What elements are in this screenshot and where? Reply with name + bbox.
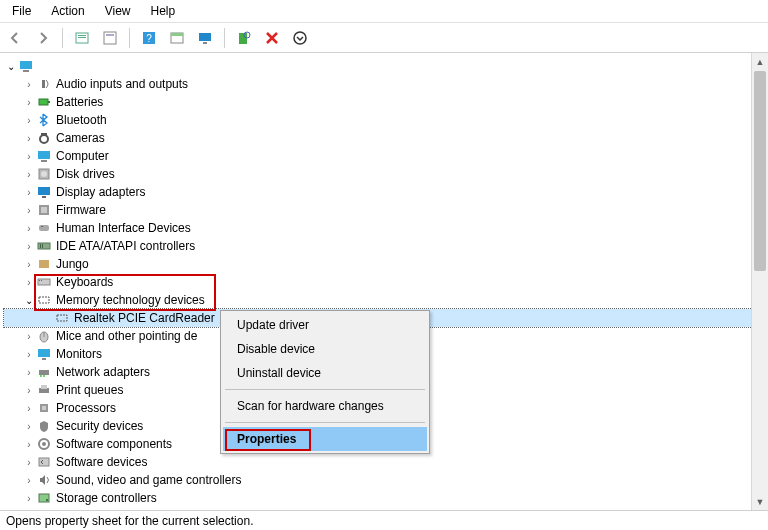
tree-category[interactable]: ›Display adapters xyxy=(4,183,768,201)
tree-category[interactable]: ›Human Interface Devices xyxy=(4,219,768,237)
circle-down-button[interactable] xyxy=(289,27,311,49)
tree-category[interactable]: ›Software devices xyxy=(4,453,768,471)
display-icon xyxy=(36,184,52,200)
svg-rect-50 xyxy=(42,406,46,410)
printer-icon xyxy=(36,382,52,398)
svg-rect-21 xyxy=(38,151,50,159)
tree-category[interactable]: ›Sound, video and game controllers xyxy=(4,471,768,489)
remove-button[interactable] xyxy=(261,27,283,49)
svg-rect-18 xyxy=(48,101,50,103)
expand-arrow-icon[interactable]: › xyxy=(22,493,36,504)
expand-arrow-icon[interactable]: › xyxy=(22,475,36,486)
help-button[interactable]: ? xyxy=(138,27,160,49)
svg-rect-20 xyxy=(41,133,47,136)
scan-hardware-button[interactable] xyxy=(233,27,255,49)
svg-rect-53 xyxy=(39,458,49,466)
menu-help[interactable]: Help xyxy=(143,2,184,20)
firmware-icon xyxy=(36,202,52,218)
ctx-scan-hardware[interactable]: Scan for hardware changes xyxy=(223,394,427,418)
expand-arrow-icon[interactable]: › xyxy=(22,367,36,378)
expand-arrow-icon[interactable]: ⌄ xyxy=(4,61,18,72)
expand-arrow-icon[interactable]: › xyxy=(22,151,36,162)
tree-category[interactable]: ›Keyboards xyxy=(4,273,768,291)
expand-arrow-icon[interactable]: › xyxy=(22,169,36,180)
tree-item-label: Software devices xyxy=(56,455,147,469)
expand-arrow-icon[interactable]: › xyxy=(22,331,36,342)
tree-item-label: Sound, video and game controllers xyxy=(56,473,241,487)
svg-rect-32 xyxy=(40,244,41,248)
tree-category[interactable]: ›Cameras xyxy=(4,129,768,147)
tree-category[interactable]: ›IDE ATA/ATAPI controllers xyxy=(4,237,768,255)
scroll-thumb[interactable] xyxy=(754,71,766,271)
svg-rect-39 xyxy=(57,315,67,321)
vertical-scrollbar[interactable]: ▲ ▼ xyxy=(751,53,768,510)
forward-button[interactable] xyxy=(32,27,54,49)
ctx-update-driver[interactable]: Update driver xyxy=(223,313,427,337)
expand-arrow-icon[interactable]: › xyxy=(22,277,36,288)
event-button[interactable] xyxy=(166,27,188,49)
ctx-uninstall-device[interactable]: Uninstall device xyxy=(223,361,427,385)
expand-arrow-icon[interactable]: › xyxy=(22,439,36,450)
svg-point-46 xyxy=(43,375,45,377)
hid-icon xyxy=(36,220,52,236)
tree-item-label: Bluetooth xyxy=(56,113,107,127)
mouse-icon xyxy=(36,328,52,344)
monitor-button[interactable] xyxy=(194,27,216,49)
tree-category[interactable]: ›Computer xyxy=(4,147,768,165)
status-bar: Opens property sheet for the current sel… xyxy=(0,510,768,530)
expand-arrow-icon[interactable]: › xyxy=(22,241,36,252)
properties-button[interactable] xyxy=(99,27,121,49)
memory-icon xyxy=(54,310,70,326)
expand-arrow-icon[interactable]: › xyxy=(22,403,36,414)
tree-category[interactable]: ›Firmware xyxy=(4,201,768,219)
tree-category[interactable]: ›Disk drives xyxy=(4,165,768,183)
tree-item-label: Display adapters xyxy=(56,185,145,199)
tree-item-label: Disk drives xyxy=(56,167,115,181)
tree-category[interactable]: ›Batteries xyxy=(4,93,768,111)
system-icon xyxy=(36,508,52,510)
tree-category[interactable]: ⌄Memory technology devices xyxy=(4,291,768,309)
swcomp-icon xyxy=(36,436,52,452)
back-button[interactable] xyxy=(4,27,26,49)
svg-text:?: ? xyxy=(146,33,152,44)
tree-category[interactable]: ›System devices xyxy=(4,507,768,510)
show-hidden-button[interactable] xyxy=(71,27,93,49)
menu-action[interactable]: Action xyxy=(43,2,92,20)
disk-icon xyxy=(36,166,52,182)
svg-point-45 xyxy=(40,375,42,377)
ctx-disable-device[interactable]: Disable device xyxy=(223,337,427,361)
tree-category[interactable]: ›Audio inputs and outputs xyxy=(4,75,768,93)
tree-category[interactable]: ›Jungo xyxy=(4,255,768,273)
expand-arrow-icon[interactable]: › xyxy=(22,223,36,234)
svg-rect-15 xyxy=(23,70,29,72)
menu-view[interactable]: View xyxy=(97,2,139,20)
scroll-down-button[interactable]: ▼ xyxy=(752,493,768,510)
swdev-icon xyxy=(36,454,52,470)
expand-arrow-icon[interactable]: › xyxy=(22,457,36,468)
memory-icon xyxy=(36,292,52,308)
expand-arrow-icon[interactable]: ⌄ xyxy=(22,295,36,306)
scroll-up-button[interactable]: ▲ xyxy=(752,53,768,70)
expand-arrow-icon[interactable]: › xyxy=(22,79,36,90)
svg-point-19 xyxy=(40,135,48,143)
tree-category[interactable]: ›Storage controllers xyxy=(4,489,768,507)
expand-arrow-icon[interactable]: › xyxy=(22,205,36,216)
menu-file[interactable]: File xyxy=(4,2,39,20)
svg-rect-43 xyxy=(42,358,46,360)
tree-root[interactable]: ⌄ xyxy=(4,57,768,75)
context-menu: Update driver Disable device Uninstall d… xyxy=(220,310,430,454)
ctx-properties[interactable]: Properties xyxy=(223,427,427,451)
battery-icon xyxy=(36,94,52,110)
svg-rect-17 xyxy=(39,99,48,105)
expand-arrow-icon[interactable]: › xyxy=(22,133,36,144)
expand-arrow-icon[interactable]: › xyxy=(22,115,36,126)
expand-arrow-icon[interactable]: › xyxy=(22,259,36,270)
expand-arrow-icon[interactable]: › xyxy=(22,97,36,108)
expand-arrow-icon[interactable]: › xyxy=(22,421,36,432)
svg-point-55 xyxy=(46,499,48,501)
expand-arrow-icon[interactable]: › xyxy=(22,385,36,396)
expand-arrow-icon[interactable]: › xyxy=(22,187,36,198)
tree-category[interactable]: ›Bluetooth xyxy=(4,111,768,129)
processor-icon xyxy=(36,400,52,416)
expand-arrow-icon[interactable]: › xyxy=(22,349,36,360)
